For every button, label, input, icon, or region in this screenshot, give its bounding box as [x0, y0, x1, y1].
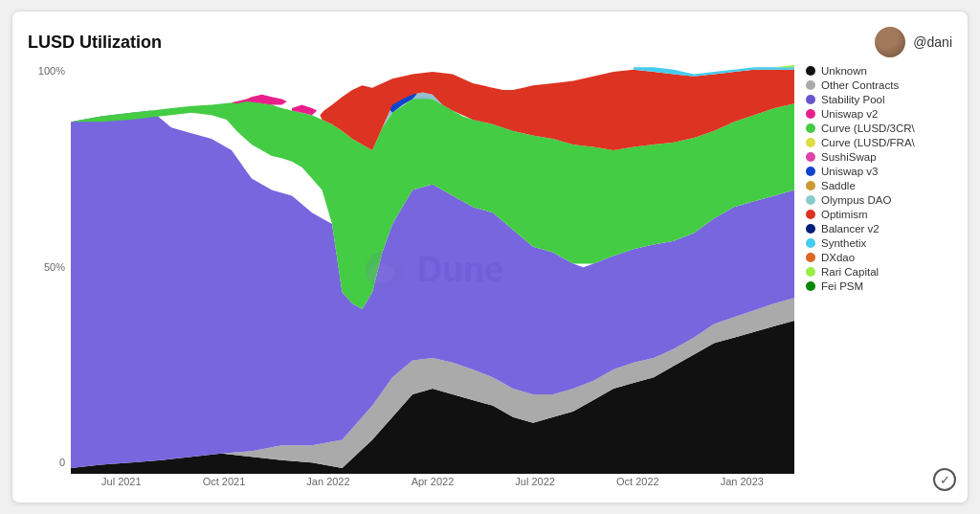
y-axis: 100% 50% 0	[28, 65, 71, 487]
x-label-4: Jul 2022	[515, 476, 555, 487]
header: LUSD Utilization @dani	[28, 27, 952, 57]
legend-color-dot	[806, 253, 815, 262]
user-info: @dani	[875, 27, 952, 57]
x-axis: Jul 2021 Oct 2021 Jan 2022 Apr 2022 Jul …	[71, 476, 794, 487]
legend-item: Other Contracts	[806, 79, 952, 91]
legend-label-text: Uniswap v3	[821, 166, 878, 177]
legend-item: Olympus DAO	[806, 194, 952, 206]
legend-color-dot	[806, 181, 815, 190]
legend-label-text: Olympus DAO	[821, 194, 892, 206]
legend-label-text: Rari Capital	[821, 266, 879, 278]
legend-label-text: SushiSwap	[821, 151, 877, 163]
legend-label-text: DXdao	[821, 252, 855, 263]
y-label-50: 50%	[44, 261, 65, 273]
legend-label-text: Balancer v2	[821, 223, 880, 235]
legend-color-dot	[806, 152, 815, 162]
x-label-0: Jul 2021	[101, 476, 142, 487]
legend-item: DXdao	[806, 252, 952, 263]
chart-card: LUSD Utilization @dani 100% 50% 0	[11, 11, 969, 503]
legend-label-text: Curve (LUSD/FRA\	[821, 137, 915, 148]
chart-area: 100% 50% 0	[28, 65, 952, 487]
legend-label-text: Synthetix	[821, 237, 866, 249]
x-label-5: Oct 2022	[616, 476, 659, 487]
legend-item: Balancer v2	[806, 223, 952, 235]
legend-color-dot	[806, 80, 815, 90]
x-label-6: Jan 2023	[721, 476, 764, 487]
legend-item: Synthetix	[806, 237, 952, 249]
y-label-0: 0	[59, 457, 65, 468]
legend-color-dot	[806, 95, 815, 104]
legend-label-text: Other Contracts	[821, 79, 899, 91]
legend-color-dot	[806, 138, 815, 147]
legend-color-dot	[806, 109, 815, 119]
legend-color-dot	[806, 66, 815, 76]
legend: UnknownOther ContractsStability PoolUnis…	[794, 65, 952, 487]
legend-label-text: Fei PSM	[821, 280, 863, 292]
legend-color-dot	[806, 167, 815, 176]
legend-label-text: Uniswap v2	[821, 108, 878, 120]
legend-item: Rari Capital	[806, 266, 952, 278]
legend-label-text: Optimism	[821, 209, 868, 220]
legend-item: Uniswap v3	[806, 166, 952, 177]
legend-color-dot	[806, 195, 815, 205]
legend-label-text: Unknown	[821, 65, 867, 77]
legend-label-text: Saddle	[821, 180, 856, 191]
legend-color-dot	[806, 210, 815, 219]
legend-color-dot	[806, 238, 815, 248]
legend-color-dot	[806, 281, 815, 291]
chart-svg	[71, 65, 794, 474]
legend-label-text: Stability Pool	[821, 94, 884, 105]
legend-item: SushiSwap	[806, 151, 952, 163]
legend-item: Saddle	[806, 180, 952, 191]
legend-item: Curve (LUSD/FRA\	[806, 137, 952, 148]
chart-container: Dune	[71, 65, 794, 474]
verified-icon: ✓	[933, 468, 956, 491]
x-label-1: Oct 2021	[203, 476, 246, 487]
legend-item: Optimism	[806, 209, 952, 220]
legend-item: Uniswap v2	[806, 108, 952, 120]
legend-item: Unknown	[806, 65, 952, 77]
avatar	[875, 27, 905, 57]
legend-item: Fei PSM	[806, 280, 952, 292]
legend-item: Curve (LUSD/3CR\	[806, 123, 952, 134]
legend-item: Stability Pool	[806, 94, 952, 105]
legend-label-text: Curve (LUSD/3CR\	[821, 123, 915, 134]
x-label-3: Apr 2022	[412, 476, 455, 487]
y-label-100: 100%	[38, 65, 65, 77]
username: @dani	[913, 34, 952, 50]
legend-color-dot	[806, 267, 815, 277]
chart-title: LUSD Utilization	[28, 33, 162, 53]
legend-color-dot	[806, 123, 815, 133]
avatar-image	[875, 27, 905, 57]
x-label-2: Jan 2022	[306, 476, 349, 487]
legend-color-dot	[806, 224, 815, 234]
